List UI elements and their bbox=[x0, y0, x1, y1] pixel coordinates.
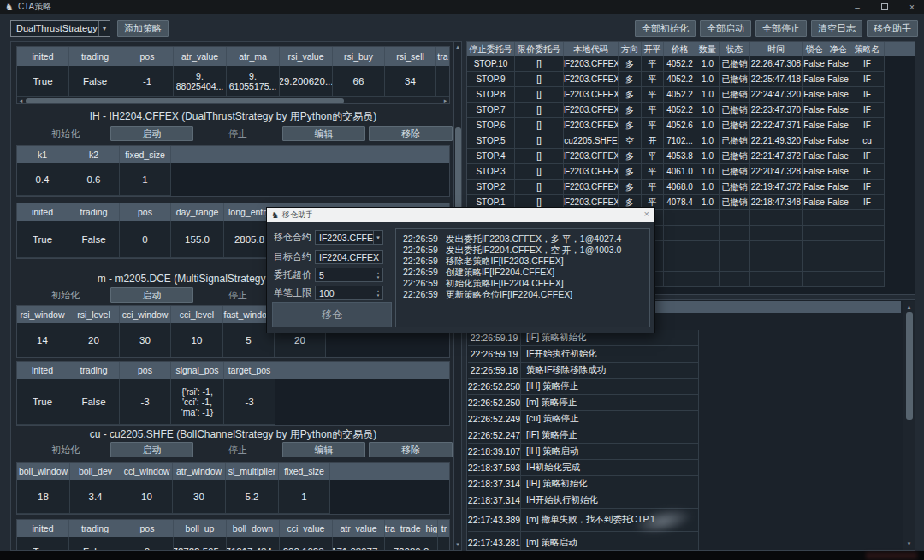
table-cell[interactable]: False bbox=[826, 72, 850, 87]
init-strategy-button[interactable]: 初始化 bbox=[25, 287, 107, 303]
table-row[interactable]: 22:17:43.281[m] 策略启动 bbox=[468, 532, 902, 551]
table-cell[interactable]: 平 bbox=[642, 72, 664, 87]
table-row[interactable]: STOP.5[]cu2205.SHFE空开7102...1.0已撤销22:21:… bbox=[467, 133, 915, 149]
table-cell[interactable]: [cu] 策略停止 bbox=[521, 411, 699, 427]
table-cell[interactable]: IF2203.CFFEX bbox=[564, 164, 619, 180]
table-cell[interactable]: False bbox=[803, 149, 826, 164]
init-strategy-button[interactable]: 初始化 bbox=[25, 126, 107, 141]
table-cell[interactable]: False bbox=[826, 180, 850, 195]
roll-position-button[interactable]: 移仓 bbox=[272, 302, 392, 327]
table-cell[interactable]: cu bbox=[850, 133, 885, 149]
table-row[interactable]: STOP.2[]IF2203.CFFEX多平4068.01.0已撤销22:19:… bbox=[467, 180, 915, 195]
table-cell[interactable]: 策略IF移除移除成功 bbox=[521, 363, 699, 379]
table-row[interactable]: 22:26:59.18策略IF移除移除成功 bbox=[468, 363, 902, 379]
table-cell[interactable]: 1.0 bbox=[696, 72, 720, 87]
table-cell[interactable]: 多 bbox=[619, 164, 642, 180]
stop-all-button[interactable]: 全部停止 bbox=[755, 20, 807, 37]
table-cell[interactable]: 1.0 bbox=[696, 103, 720, 118]
table-cell[interactable]: IF bbox=[850, 118, 885, 133]
table-cell[interactable]: 4052.2 bbox=[664, 56, 696, 72]
start-strategy-button[interactable]: 启动 bbox=[110, 126, 194, 141]
table-cell[interactable]: [] bbox=[515, 180, 564, 195]
scroll-down-icon[interactable]: ▾ bbox=[903, 540, 915, 547]
table-cell[interactable]: STOP.10 bbox=[467, 56, 515, 72]
table-cell[interactable]: False bbox=[803, 87, 826, 103]
table-cell[interactable]: 22:20:47.328 bbox=[750, 164, 803, 180]
scroll-right-icon[interactable]: ▸ bbox=[441, 97, 449, 103]
roll-contract-select[interactable]: IF2203.CFFEX ▾ bbox=[315, 230, 383, 245]
table-cell[interactable]: 22:17:43.281 bbox=[468, 532, 521, 551]
table-cell[interactable]: False bbox=[826, 133, 850, 149]
spinner-arrows-icon[interactable]: ▴▾ bbox=[374, 286, 382, 299]
table-cell[interactable]: 1.0 bbox=[696, 180, 720, 195]
table-cell[interactable]: IF bbox=[850, 149, 885, 164]
table-cell[interactable]: IF2203.CFFEX bbox=[564, 103, 619, 118]
table-cell[interactable]: 22:18:47.348 bbox=[750, 195, 803, 210]
table-cell[interactable]: IF2203.CFFEX bbox=[564, 149, 619, 164]
edit-strategy-button[interactable]: 编辑 bbox=[282, 126, 366, 141]
scroll-up-icon[interactable]: ▴ bbox=[903, 304, 915, 310]
table-cell[interactable]: 平 bbox=[642, 180, 664, 195]
table-cell[interactable]: 已撤销 bbox=[720, 164, 750, 180]
table-cell[interactable]: False bbox=[803, 180, 826, 195]
table-cell[interactable]: 22:18:37.593 bbox=[468, 460, 521, 476]
table-cell[interactable]: 4052.2 bbox=[664, 87, 696, 103]
table-row[interactable]: 22:18:37.593IH初始化完成 bbox=[468, 460, 902, 476]
table-row[interactable]: 22:18:39.107[IH] 策略启动 bbox=[468, 444, 902, 460]
table-row[interactable]: STOP.6[]IF2203.CFFEX多平4052.61.0已撤销22:22:… bbox=[467, 118, 915, 133]
table-cell[interactable]: 4052.6 bbox=[664, 118, 696, 133]
edit-strategy-button[interactable]: 编辑 bbox=[282, 442, 366, 457]
table-cell[interactable]: 4078.4 bbox=[664, 195, 696, 210]
table-cell[interactable]: False bbox=[803, 56, 826, 72]
remove-strategy-button[interactable]: 移除 bbox=[369, 126, 453, 141]
table-cell[interactable]: False bbox=[803, 72, 826, 87]
table-cell[interactable]: 22:23:47.370 bbox=[750, 103, 803, 118]
table-cell[interactable]: STOP.8 bbox=[467, 87, 515, 103]
table-cell[interactable]: [IH] 策略停止 bbox=[521, 379, 699, 395]
table-cell[interactable]: 多 bbox=[619, 180, 642, 195]
table-cell[interactable]: 4053.8 bbox=[664, 149, 696, 164]
table-cell[interactable]: 22:21:47.372 bbox=[750, 149, 803, 164]
table-cell[interactable]: [] bbox=[515, 56, 564, 72]
table-cell[interactable]: 已撤销 bbox=[720, 72, 750, 87]
table-cell[interactable]: 已撤销 bbox=[720, 180, 750, 195]
start-strategy-button[interactable]: 启动 bbox=[110, 442, 194, 457]
scrollbar-thumb[interactable] bbox=[906, 312, 913, 420]
table-cell[interactable]: False bbox=[826, 118, 850, 133]
table-cell[interactable]: 已撤销 bbox=[720, 56, 750, 72]
init-all-button[interactable]: 全部初始化 bbox=[635, 20, 696, 37]
table-row[interactable]: 22:18:37.314[IH] 策略初始化 bbox=[468, 476, 902, 492]
table-cell[interactable]: False bbox=[803, 164, 826, 180]
table-cell[interactable]: False bbox=[826, 87, 850, 103]
table-cell[interactable]: 多 bbox=[619, 72, 642, 87]
table-cell[interactable]: False bbox=[826, 149, 850, 164]
table-cell[interactable]: 7102... bbox=[664, 133, 696, 149]
table-cell[interactable]: [m] 策略停止 bbox=[521, 395, 699, 411]
table-cell[interactable]: [] bbox=[515, 72, 564, 87]
table-cell[interactable]: [] bbox=[515, 164, 564, 180]
table-cell[interactable]: 已撤销 bbox=[720, 133, 750, 149]
table-cell[interactable]: 1.0 bbox=[696, 164, 720, 180]
table-cell[interactable]: 1.0 bbox=[696, 195, 720, 210]
table-cell[interactable]: 22:26:52.249 bbox=[468, 411, 521, 427]
horizontal-scrollbar[interactable]: ◂ ▸ bbox=[16, 97, 450, 104]
table-cell[interactable]: 1.0 bbox=[696, 149, 720, 164]
table-row[interactable]: STOP.7[]IF2203.CFFEX多平4052.21.0已撤销22:23:… bbox=[467, 103, 915, 118]
scroll-up-icon[interactable]: ▴ bbox=[454, 44, 461, 50]
stop-strategy-button[interactable]: 停止 bbox=[197, 442, 279, 457]
table-cell[interactable]: 22:18:37.314 bbox=[468, 476, 521, 492]
table-cell[interactable]: 多 bbox=[619, 56, 642, 72]
target-contract-input[interactable]: IF2204.CFFEX bbox=[315, 250, 383, 264]
spinner-arrows-icon[interactable]: ▴▾ bbox=[374, 268, 382, 281]
close-icon[interactable]: × bbox=[644, 209, 649, 219]
table-cell[interactable]: 已撤销 bbox=[720, 118, 750, 133]
add-strategy-button[interactable]: 添加策略 bbox=[117, 20, 169, 37]
scroll-down-icon[interactable]: ▾ bbox=[454, 541, 461, 548]
table-cell[interactable]: STOP.4 bbox=[467, 149, 515, 164]
table-cell[interactable]: [] bbox=[515, 133, 564, 149]
strategy-class-select[interactable]: DualThrustStrategy ▾ bbox=[10, 20, 110, 37]
table-cell[interactable]: IF bbox=[850, 180, 885, 195]
table-cell[interactable]: 22:18:39.107 bbox=[468, 444, 521, 460]
table-cell[interactable]: 22:21:49.320 bbox=[750, 133, 803, 149]
table-cell[interactable]: 开 bbox=[642, 133, 664, 149]
